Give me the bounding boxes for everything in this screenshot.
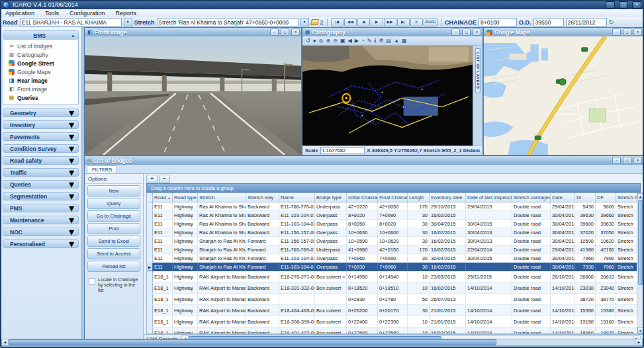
column-header-stretch[interactable]: Stretch: [198, 193, 246, 202]
column-header-di[interactable]: Di: [575, 193, 596, 202]
next-view-icon[interactable]: ▶: [355, 37, 359, 45]
bridges-maximize-button[interactable]: ▢: [623, 157, 631, 164]
road-combo[interactable]: E11 SHARJAH - RAS AL KHAIMA: [20, 18, 122, 26]
nav-last[interactable]: ▶|: [397, 18, 410, 26]
chart-icon[interactable]: ▲: [394, 37, 399, 45]
column-header-inventory-date[interactable]: Inventory date: [430, 193, 466, 202]
nav-stop[interactable]: ✕: [410, 18, 423, 26]
send-to-excel-button[interactable]: Send to Excel: [87, 236, 140, 247]
date-input[interactable]: 26/11/2012: [566, 18, 607, 26]
table-row[interactable]: E11HighwayRas Al Khaima to SharjahBackwa…: [147, 202, 637, 211]
column-header-road[interactable]: Road▲: [153, 193, 173, 202]
info-icon[interactable]: ℹ: [374, 37, 376, 45]
settings-icon[interactable]: ⚙: [379, 37, 383, 45]
sidebar-section-traffic[interactable]: Traffic▾: [3, 168, 79, 177]
sidebar-section-inventory[interactable]: Inventory▾: [3, 120, 79, 129]
column-header-bridge-type[interactable]: Bridge type: [315, 193, 347, 202]
vscroll-thumb[interactable]: [638, 200, 643, 285]
chainage-input[interactable]: 8+0100: [479, 18, 517, 26]
column-header-date[interactable]: Date: [551, 193, 575, 202]
list-of-layers-tab[interactable]: LIST OF LAYERS: [475, 48, 481, 93]
cartography-close-button[interactable]: ✕: [473, 28, 481, 36]
table-row[interactable]: E11HighwaySharjah to Ras Al KhaimaForwar…: [147, 237, 637, 245]
sidebar-item-front-image[interactable]: ◧Front image: [3, 85, 78, 93]
query-button[interactable]: Query: [87, 198, 140, 209]
column-header-length[interactable]: Length: [408, 193, 430, 202]
table-row[interactable]: E11HighwaySharjah to Ras Al KhaimaForwar…: [147, 245, 637, 254]
column-header-final-chainage[interactable]: Final Chainage: [378, 193, 408, 202]
zoom-window-icon[interactable]: ◎: [319, 37, 324, 45]
sidebar-section-condition-survey[interactable]: Condition Survey▾: [3, 144, 79, 153]
send-to-access-button[interactable]: Send to Access: [87, 248, 140, 259]
globe-icon[interactable]: ●: [313, 37, 316, 45]
image-icon[interactable]: ▤: [387, 37, 392, 45]
window-minimize-button[interactable]: –: [606, 1, 615, 9]
scroll-down-icon[interactable]: ▼: [637, 327, 643, 333]
table-row[interactable]: E18_1HighwayRAK Airport to ManamaBackwar…: [147, 316, 637, 327]
front-image-maximize-button[interactable]: ▢: [281, 28, 289, 36]
table-row[interactable]: ▶E11HighwaySharjah to Ras Al KhaimaForwa…: [147, 263, 637, 271]
nav-back[interactable]: ◀: [357, 18, 370, 26]
bridges-close-button[interactable]: ✕: [633, 157, 642, 164]
table-row[interactable]: E11HighwayRas Al Khaima to SharjahBackwa…: [147, 228, 637, 237]
nav-forward[interactable]: ▶: [371, 18, 383, 26]
expand-button[interactable]: +: [146, 175, 158, 183]
sidebar-item-list-of-bridges[interactable]: ∞List of bridges: [3, 42, 78, 50]
table-row[interactable]: E18_1HighwayRAK Airport to ManamaBackwar…: [147, 327, 637, 333]
table-row[interactable]: E11HighwayRas Al Khaima to SharjahBackwa…: [147, 211, 637, 220]
window-close-button[interactable]: ✕: [632, 1, 641, 9]
table-row[interactable]: E11HighwayRas Al Khaima to SharjahBackwa…: [147, 220, 637, 228]
zoom-extent-icon[interactable]: ▣: [340, 37, 345, 45]
sidebar-section-queries[interactable]: Queries▾: [3, 180, 79, 189]
od-input[interactable]: 39550: [533, 18, 564, 26]
nav-fast-forward[interactable]: ▶▶: [384, 18, 396, 26]
menu-item-reports[interactable]: Reports: [111, 9, 142, 17]
pan-icon[interactable]: ↺: [306, 37, 310, 45]
window-hscroll-thumb[interactable]: [9, 339, 496, 345]
collapse-button[interactable]: −: [159, 175, 170, 183]
sidebar-section-pms[interactable]: PMS▾: [3, 204, 79, 212]
cartography-maximize-button[interactable]: ▢: [462, 28, 471, 36]
locate-checkbox[interactable]: [89, 278, 95, 284]
column-header-date-of-last-inspeccion[interactable]: Date of last inspeccion: [466, 193, 512, 202]
stretch-dropdown-icon[interactable]: ▾: [300, 18, 309, 26]
sidebar-section-road-safety[interactable]: Road safety▾: [3, 156, 79, 165]
table-row[interactable]: E18_1HighwayRAK Airport to ManamaBackwar…: [147, 271, 637, 283]
sidebar-section-geometry[interactable]: Geometry▾: [3, 109, 79, 117]
zoom-out-icon[interactable]: ⊖: [333, 37, 338, 45]
scale-input[interactable]: 1:1677682: [320, 147, 365, 154]
sidebar-section-maintenance[interactable]: Maintenance▾: [3, 216, 79, 224]
window-maximize-button[interactable]: ▢: [619, 1, 628, 9]
sidebar-section-segmentation[interactable]: Segmentation▾: [3, 192, 79, 200]
sidebar-section-personalised[interactable]: Personalised▾: [3, 239, 79, 248]
grid-vertical-scrollbar[interactable]: ▲ ▼: [637, 193, 643, 333]
sidebar-item-google-maps[interactable]: Google Maps: [3, 67, 78, 76]
table-row[interactable]: E18_1HighwayRAK Airport to ManamaBackwar…: [147, 294, 637, 305]
row-indicator-header[interactable]: [147, 193, 153, 202]
cartography-map[interactable]: [302, 46, 473, 146]
sidebar-section-noc[interactable]: NOC▾: [3, 228, 79, 236]
front-image-minimize-button[interactable]: –: [270, 28, 279, 36]
cartography-minimize-button[interactable]: –: [451, 28, 460, 36]
google-maps-close-button[interactable]: ✕: [633, 28, 642, 36]
road-dropdown-icon[interactable]: ▾: [124, 18, 132, 26]
refresh-icon[interactable]: ↻: [609, 19, 614, 26]
column-header-stretch-way[interactable]: Stretch way: [246, 193, 279, 202]
column-header-initial-chainage[interactable]: Initial Chainage: [347, 193, 378, 202]
window-horizontal-scrollbar[interactable]: ◀ ▶: [1, 339, 643, 346]
sidebar-item-cartography[interactable]: ▦Cartography: [3, 50, 78, 59]
column-header-road-type[interactable]: Road type: [173, 193, 198, 202]
stretch-combo[interactable]: Stretch 'Ras Al Khaima to Sharjah' 47+06…: [157, 18, 299, 26]
table-row[interactable]: E11HighwaySharjah to Ras Al KhaimaForwar…: [147, 254, 637, 263]
google-maps-maximize-button[interactable]: ▢: [623, 28, 631, 36]
zoom-in-icon[interactable]: ⊕: [326, 37, 331, 45]
column-header-name[interactable]: Name: [279, 193, 315, 202]
front-image-close-button[interactable]: ✕: [291, 28, 300, 36]
menu-item-application[interactable]: Application: [0, 9, 40, 17]
tag-icon[interactable]: [310, 19, 319, 25]
print-button[interactable]: Print: [87, 223, 140, 234]
scroll-right-icon[interactable]: ▶: [635, 339, 642, 345]
reload-list-button[interactable]: Reload list: [87, 261, 140, 272]
column-header-df[interactable]: DF: [596, 193, 616, 202]
drop-icon[interactable]: ◔: [361, 37, 365, 45]
